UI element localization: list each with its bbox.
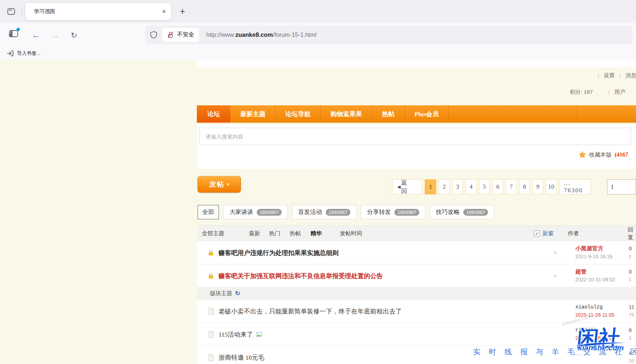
- filter-first-release[interactable]: 首发活动 1893987: [292, 205, 357, 219]
- thread-row: 115活动来了 ri23456 2025-11-26 09:04 6 1: [197, 323, 636, 346]
- reply-count: 6: [629, 326, 632, 334]
- lock-icon: [208, 250, 214, 256]
- nav-item-forum[interactable]: 论坛: [197, 105, 230, 123]
- board-header: 全部主题 最新 热门 热帖 精华 发帖时间 ✓ 新窗 作者 回复: [197, 225, 636, 241]
- thread-row: 赚客吧关于加强互联网违法和不良信息举报受理处置的公告 × 超管 2022-10-…: [197, 264, 636, 288]
- search-panel: 收藏本版 (4167: [197, 123, 636, 169]
- browser-window: 学习强国 × + ← → ↻ 不安全 http://www.zuanke8.co…: [0, 0, 636, 364]
- favorite-count: (4167: [615, 152, 628, 158]
- page-6[interactable]: 6: [492, 179, 503, 194]
- view-count: 1: [629, 276, 632, 284]
- nav-item-forum-guide[interactable]: 论坛导航: [275, 105, 320, 123]
- page-5[interactable]: 5: [479, 179, 490, 194]
- nav-item-latest-topics[interactable]: 最新主题: [230, 105, 275, 123]
- thread-row: 浙商特邀 10元毛 … 4 20: [197, 346, 636, 364]
- thread-title[interactable]: 浙商特邀 10元毛: [219, 353, 264, 362]
- dismiss-thread-icon[interactable]: ×: [554, 272, 557, 280]
- nav-item-plus-member[interactable]: Plus会员: [404, 105, 449, 123]
- author-link[interactable]: xiaolulzg: [575, 303, 614, 311]
- search-input[interactable]: [199, 128, 631, 145]
- page-1[interactable]: 1: [425, 179, 436, 194]
- filter-discussion[interactable]: 大家谈谈 1893987: [223, 205, 288, 219]
- count-badge: 1893987: [326, 209, 351, 216]
- thread-counts: 4 20: [629, 349, 634, 364]
- page-jump-input[interactable]: [607, 179, 636, 194]
- web-page: | 设置 | 消息 积分: 187 | 用户 论坛 最新主题 论坛导航 购物返果…: [0, 60, 636, 364]
- filter-tips[interactable]: 技巧攻略 1893987: [430, 205, 494, 219]
- refresh-icon[interactable]: ↻: [235, 290, 240, 297]
- thread-title[interactable]: 赚客吧用户违规行为处理扣果果实施总细则: [219, 249, 339, 257]
- nav-item-shopping-rebate[interactable]: 购物返果果: [320, 105, 372, 123]
- reload-button[interactable]: ↻: [71, 31, 77, 39]
- filter-tabs: 全部 大家谈谈 1893987 首发活动 1893987 分享转发 189398…: [198, 205, 494, 219]
- new-post-button[interactable]: 发帖 ▾: [198, 176, 241, 193]
- header-hot-posts[interactable]: 热帖: [290, 230, 301, 237]
- settings-link[interactable]: 设置: [604, 72, 615, 79]
- star-icon: [578, 151, 587, 159]
- reply-count: 0: [629, 268, 632, 276]
- thread-title[interactable]: 赚客吧关于加强互联网违法和不良信息举报受理处置的公告: [219, 272, 383, 280]
- page-9[interactable]: 9: [532, 179, 543, 194]
- thread-counts: 6 1: [629, 326, 632, 342]
- header-latest[interactable]: 最新: [249, 230, 260, 237]
- page-last[interactable]: ... 76300: [559, 179, 591, 194]
- thread-author-cell: 超管 2022-10-31 08:02: [575, 268, 615, 284]
- thread-row: 老破小卖不出去，只能重新简单装修一下，终于在年底前租出去了 xiaolulzg …: [197, 300, 636, 323]
- tab-bar: 学习强国 × +: [0, 0, 636, 23]
- tab-title: 学习强国: [34, 8, 55, 15]
- author-link[interactable]: 小黑屋官方: [575, 245, 613, 253]
- shield-icon[interactable]: [150, 31, 158, 39]
- firefox-view-button[interactable]: [5, 5, 18, 18]
- header-post-time[interactable]: 发帖时间: [340, 230, 362, 237]
- new-window-checkbox[interactable]: ✓: [534, 231, 540, 237]
- messages-link[interactable]: 消息: [626, 72, 636, 79]
- page-4[interactable]: 4: [466, 179, 476, 194]
- page-10[interactable]: 10: [546, 179, 557, 194]
- filter-all[interactable]: 全部: [198, 205, 219, 219]
- new-tab-button[interactable]: +: [180, 7, 185, 16]
- thread-title[interactable]: 115活动来了: [219, 330, 262, 339]
- page-3[interactable]: 3: [452, 179, 463, 194]
- header-digest[interactable]: 精华: [311, 230, 322, 237]
- thread-counts: 0 1: [629, 245, 632, 260]
- address-bar[interactable]: 不安全 http://www.zuanke8.com/forum-15-1.ht…: [145, 26, 633, 44]
- browser-tab[interactable]: 学习强国 ×: [25, 3, 171, 20]
- forward-button: →: [51, 31, 60, 39]
- notification-dot: [17, 28, 20, 31]
- document-icon: [208, 330, 215, 338]
- new-window-option[interactable]: ✓ 新窗: [534, 226, 554, 241]
- thread-title[interactable]: 老破小卖不出去，只能重新简单装修一下，终于在年底前租出去了: [219, 307, 402, 316]
- favorite-label[interactable]: 收藏本版: [589, 151, 611, 159]
- tab-separator: [22, 6, 22, 17]
- nav-item-hot-posts[interactable]: 热帖: [372, 105, 404, 123]
- pagination-back-button[interactable]: ◀ 返 回: [392, 179, 422, 194]
- favorite-board[interactable]: 收藏本版 (4167: [578, 151, 628, 159]
- back-button[interactable]: ←: [32, 31, 40, 39]
- import-bookmarks-button[interactable]: 导入书签...: [17, 50, 40, 57]
- page-8[interactable]: 8: [519, 179, 530, 194]
- caret-down-icon: ▾: [227, 182, 229, 187]
- author-link[interactable]: 超管: [575, 268, 615, 276]
- author-link[interactable]: …: [575, 349, 582, 357]
- close-tab-icon[interactable]: ×: [162, 8, 166, 15]
- author-link[interactable]: ri23456: [575, 326, 615, 334]
- header-hot[interactable]: 热门: [269, 230, 280, 237]
- dismiss-thread-icon[interactable]: ×: [554, 249, 557, 256]
- document-icon: [208, 354, 215, 361]
- page-2[interactable]: 2: [439, 179, 450, 194]
- page-7[interactable]: 7: [506, 179, 516, 194]
- thread-author-cell: ri23456 2025-11-26 09:04: [575, 326, 615, 342]
- broken-lock-icon: [167, 31, 174, 39]
- reply-count: 11: [629, 303, 635, 311]
- security-chip[interactable]: 不安全: [162, 28, 199, 42]
- bookmarks-bar: 导入书签...: [0, 47, 636, 60]
- filter-share[interactable]: 分享转发 1893987: [361, 205, 425, 219]
- post-date: 2021-9-16 16:16: [575, 253, 613, 260]
- section-strip: 版块主题 ↻: [197, 288, 636, 300]
- url-text: http://www.zuanke8.com/forum-15-1.html: [206, 31, 316, 38]
- thread-board: 全部主题 最新 热门 热帖 精华 发帖时间 ✓ 新窗 作者 回复 赚客吧用户违规…: [197, 225, 636, 364]
- view-count: 75: [629, 311, 635, 319]
- user-link[interactable]: 用户: [614, 89, 625, 96]
- forum-navbar: 论坛 最新主题 论坛导航 购物返果果 热帖 Plus会员: [197, 105, 636, 123]
- nav-spacer: [449, 105, 577, 123]
